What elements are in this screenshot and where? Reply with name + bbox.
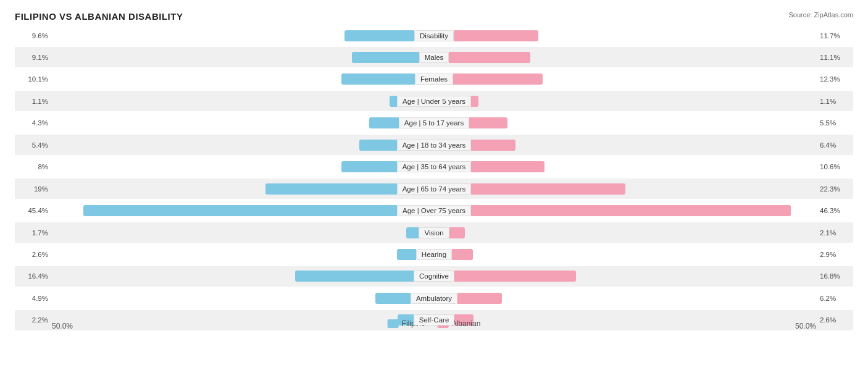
albanian-value: 2.6% bbox=[816, 316, 853, 324]
filipino-value: 8% bbox=[15, 163, 52, 170]
albanian-value: 6.4% bbox=[816, 141, 853, 149]
albanian-value: 1.1% bbox=[816, 98, 853, 105]
bar-row: 10.1%Females12.3% bbox=[15, 69, 853, 90]
chart-title: FILIPINO VS ALBANIAN DISABILITY bbox=[15, 11, 853, 22]
axis-right: 50.0% bbox=[795, 322, 816, 330]
filipino-value: 2.2% bbox=[15, 316, 52, 324]
axis-left: 50.0% bbox=[52, 322, 73, 330]
albanian-value: 5.5% bbox=[816, 119, 853, 127]
row-label: Disability bbox=[414, 30, 454, 41]
row-label: Self-Care bbox=[414, 314, 455, 326]
row-label: Males bbox=[419, 52, 449, 63]
bar-row: 4.3%Age | 5 to 17 years5.5% bbox=[15, 113, 853, 133]
albanian-value: 46.3% bbox=[816, 207, 853, 214]
albanian-value: 12.3% bbox=[816, 75, 853, 83]
albanian-value: 6.2% bbox=[816, 295, 853, 302]
row-label: Age | 5 to 17 years bbox=[399, 117, 469, 128]
albanian-value: 10.6% bbox=[816, 163, 853, 170]
bar-row: 45.4%Age | Over 75 years46.3% bbox=[15, 201, 853, 221]
filipino-value: 10.1% bbox=[15, 75, 52, 83]
albanian-value: 2.1% bbox=[816, 229, 853, 237]
chart-container: FILIPINO VS ALBANIAN DISABILITY Source: … bbox=[0, 0, 868, 378]
row-label: Vision bbox=[419, 227, 449, 238]
row-label: Age | 35 to 64 years bbox=[397, 161, 472, 172]
row-label: Age | 18 to 34 years bbox=[397, 140, 472, 151]
filipino-value: 1.7% bbox=[15, 229, 52, 237]
bar-row: 9.1%Males11.1% bbox=[15, 47, 853, 67]
bar-row: 5.4%Age | 18 to 34 years6.4% bbox=[15, 135, 853, 155]
filipino-value: 1.1% bbox=[15, 98, 52, 105]
filipino-value: 4.3% bbox=[15, 119, 52, 127]
filipino-value: 2.6% bbox=[15, 251, 52, 258]
source-label: Source: ZipAtlas.com bbox=[788, 11, 853, 19]
bar-row: 16.4%Cognitive16.8% bbox=[15, 266, 853, 287]
bar-row: 1.1%Age | Under 5 years1.1% bbox=[15, 91, 853, 111]
bar-row: 19%Age | 65 to 74 years22.3% bbox=[15, 178, 853, 199]
albanian-value: 16.8% bbox=[816, 272, 853, 280]
row-label: Females bbox=[415, 74, 453, 85]
filipino-value: 19% bbox=[15, 185, 52, 193]
row-label: Ambulatory bbox=[411, 293, 457, 304]
row-label: Hearing bbox=[416, 249, 452, 260]
filipino-value: 16.4% bbox=[15, 272, 52, 280]
albanian-value: 11.1% bbox=[816, 54, 853, 61]
chart-area: 9.6%Disability11.7%9.1%Males11.1%10.1%Fe… bbox=[15, 25, 853, 330]
row-label: Age | Under 5 years bbox=[397, 96, 471, 107]
row-label: Cognitive bbox=[414, 271, 454, 282]
albanian-value: 22.3% bbox=[816, 185, 853, 193]
albanian-value: 2.9% bbox=[816, 251, 853, 258]
bar-row: 1.7%Vision2.1% bbox=[15, 222, 853, 243]
filipino-value: 4.9% bbox=[15, 295, 52, 302]
bars-wrapper: 9.6%Disability11.7%9.1%Males11.1%10.1%Fe… bbox=[15, 25, 853, 330]
filipino-value: 9.6% bbox=[15, 32, 52, 40]
albanian-value: 11.7% bbox=[816, 32, 853, 40]
filipino-value: 45.4% bbox=[15, 207, 52, 214]
filipino-value: 9.1% bbox=[15, 54, 52, 61]
bar-row: 8%Age | 35 to 64 years10.6% bbox=[15, 157, 853, 177]
bar-row: 9.6%Disability11.7% bbox=[15, 25, 853, 46]
row-label: Age | Over 75 years bbox=[397, 205, 471, 216]
bar-row: 4.9%Ambulatory6.2% bbox=[15, 288, 853, 308]
row-label: Age | 65 to 74 years bbox=[397, 183, 472, 195]
filipino-value: 5.4% bbox=[15, 141, 52, 149]
bar-row: 2.6%Hearing2.9% bbox=[15, 245, 853, 265]
